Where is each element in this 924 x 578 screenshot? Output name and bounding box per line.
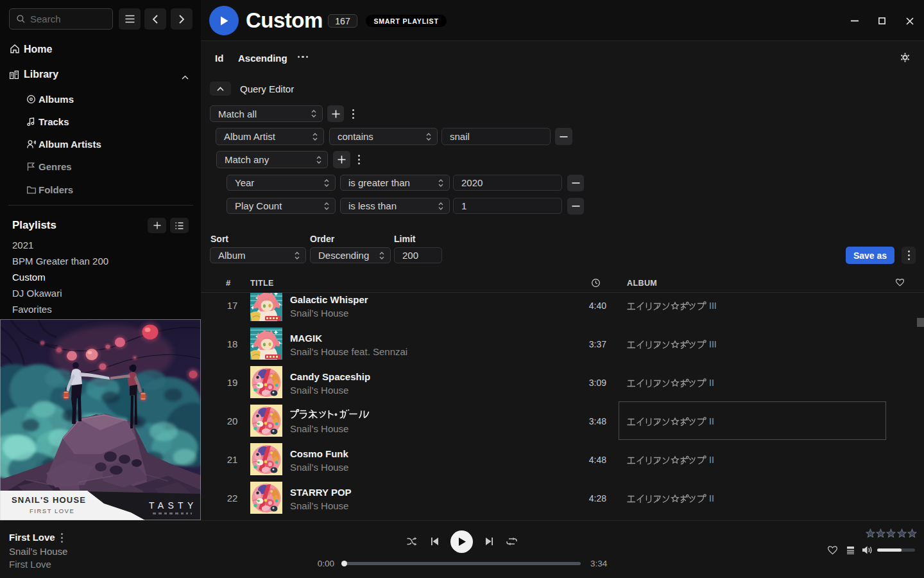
svg-text:TASTY: TASTY (149, 500, 198, 511)
svg-text:FIRST LOVE: FIRST LOVE (30, 507, 74, 514)
svg-text:SNAIL'S HOUSE: SNAIL'S HOUSE (12, 495, 86, 505)
